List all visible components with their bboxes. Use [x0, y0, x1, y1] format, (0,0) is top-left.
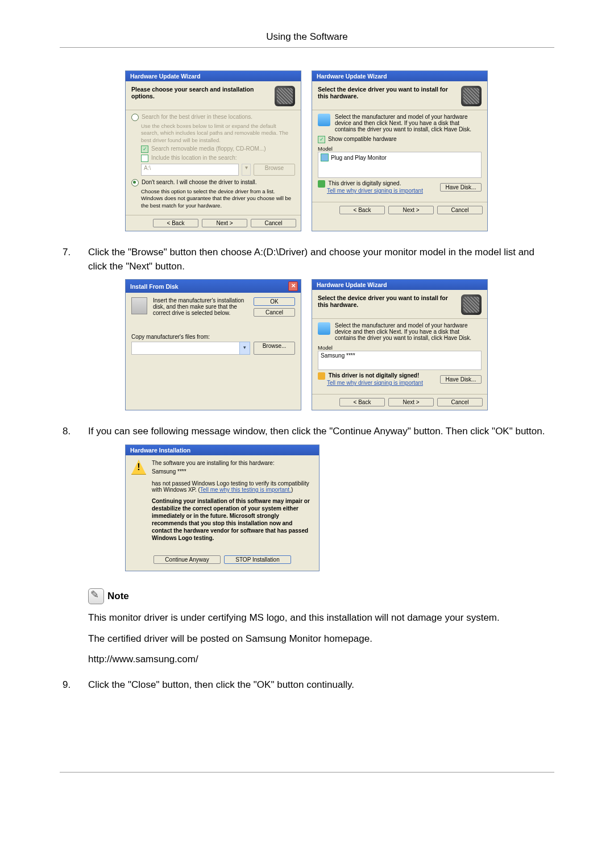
note-url: http://www.samsung.com/ — [88, 653, 554, 667]
check-label: Search removable media (floppy, CD-ROM..… — [151, 146, 266, 152]
check-include-location[interactable]: Include this location in the search: — [141, 155, 295, 162]
dialog-description: Select the manufacturer and model of you… — [335, 322, 482, 341]
path-input[interactable]: A:\ — [141, 164, 239, 176]
check-label: Include this location in the search: — [151, 155, 237, 161]
model-label: Model — [318, 146, 482, 152]
page-header: Using the Software — [60, 31, 554, 48]
titlebar: Hardware Installation — [126, 445, 319, 455]
radio-dont-search[interactable]: Don't search. I will choose the driver t… — [131, 179, 295, 186]
dialog-heading: Select the device driver you want to ins… — [318, 294, 457, 308]
back-button[interactable]: < Back — [153, 219, 198, 227]
monitor-icon — [321, 153, 329, 161]
cancel-button[interactable]: Cancel — [437, 206, 483, 214]
step-number: 7. — [60, 246, 88, 273]
browse-button[interactable]: Browse — [254, 164, 295, 176]
info-icon — [318, 114, 330, 126]
warning-icon — [131, 460, 146, 475]
model-list[interactable]: Plug and Play Monitor — [318, 152, 482, 178]
dialog-search-options: Hardware Update Wizard Please choose you… — [125, 70, 301, 231]
step-text: If you can see following message window,… — [88, 425, 554, 439]
next-button[interactable]: Next > — [388, 398, 434, 406]
titlebar: Hardware Update Wizard — [126, 71, 301, 81]
signing-link[interactable]: Tell me why driver signing is important — [327, 188, 423, 194]
warning-shield-icon — [318, 372, 325, 380]
disk-icon — [131, 297, 147, 314]
radio-sub: Choose this option to select the device … — [141, 188, 295, 209]
radio-search-best[interactable]: Search for the best driver in these loca… — [131, 114, 295, 121]
dialog-description: Insert the manufacturer's installation d… — [153, 297, 248, 316]
shield-icon — [318, 180, 325, 188]
list-item-label: Samsung **** — [321, 352, 355, 359]
dialog-heading: Please choose your search and installati… — [131, 86, 270, 99]
path-input[interactable] — [131, 342, 239, 355]
dialog-hardware-installation: Hardware Installation The software you a… — [125, 445, 320, 571]
browse-button[interactable]: Browse... — [254, 342, 295, 355]
step-8: 8. If you can see following message wind… — [60, 425, 554, 439]
hw-device: Samsung **** — [152, 468, 313, 475]
footer-divider — [60, 772, 554, 773]
step-number: 9. — [60, 678, 88, 692]
dialog-row-2: Install From Disk ✕ Insert the manufactu… — [125, 279, 554, 410]
continue-anyway-button[interactable]: Continue Anyway — [154, 555, 221, 564]
unsigned-text: This driver is not digitally signed! — [329, 372, 419, 379]
check-label: Show compatible hardware — [328, 136, 397, 142]
radio-label: Search for the best driver in these loca… — [142, 114, 252, 120]
cancel-button[interactable]: Cancel — [437, 398, 483, 406]
note-label: Note — [107, 591, 129, 602]
dropdown-chevron-icon[interactable]: ▾ — [239, 342, 250, 355]
step-text: Click the "Close" button, then click the… — [88, 678, 554, 692]
dialog-row-3: Hardware Installation The software you a… — [125, 445, 554, 571]
hw-bold: Continuing your installation of this sof… — [152, 497, 313, 542]
dialog-title: Hardware Update Wizard — [317, 281, 387, 288]
back-button[interactable]: < Back — [339, 206, 385, 214]
dialog-title: Hardware Update Wizard — [130, 73, 201, 80]
have-disk-button[interactable]: Have Disk... — [440, 183, 482, 192]
note-text-1: This monitor driver is under certifying … — [88, 611, 554, 625]
note-text-2: The certified driver will be posted on S… — [88, 632, 554, 646]
step-text: Click the "Browse" button then choose A:… — [88, 246, 554, 273]
dialog-title: Hardware Installation — [130, 447, 190, 454]
hw-line1: The software you are installing for this… — [152, 460, 313, 466]
have-disk-button[interactable]: Have Disk... — [440, 375, 482, 384]
model-list[interactable]: Samsung **** — [318, 351, 482, 370]
testing-link[interactable]: Tell me why this testing is important. — [200, 487, 291, 493]
radio-label: Don't search. I will choose the driver t… — [142, 179, 257, 185]
next-button[interactable]: Next > — [202, 219, 247, 227]
hw-line2b: ) — [291, 487, 293, 493]
dialog-title: Hardware Update Wizard — [317, 73, 387, 80]
info-icon — [318, 322, 330, 335]
step-7: 7. Click the "Browse" button then choose… — [60, 246, 554, 273]
dialog-row-1: Hardware Update Wizard Please choose you… — [125, 70, 554, 231]
wizard-icon — [461, 294, 482, 315]
wizard-icon — [461, 86, 482, 106]
titlebar: Hardware Update Wizard — [312, 71, 487, 81]
dialog-heading: Select the device driver you want to ins… — [318, 86, 457, 99]
list-item-label: Plug and Play Monitor — [331, 155, 387, 161]
cancel-button[interactable]: Cancel — [251, 219, 296, 227]
dialog-description: Select the manufacturer and model of you… — [335, 114, 482, 132]
titlebar: Install From Disk ✕ — [126, 280, 301, 293]
titlebar: Hardware Update Wizard — [312, 280, 487, 290]
next-button[interactable]: Next > — [388, 206, 434, 214]
back-button[interactable]: < Back — [339, 398, 385, 406]
model-label: Model — [318, 344, 482, 351]
radio-sub: Use the check boxes below to limit or ex… — [141, 123, 295, 144]
cancel-button[interactable]: Cancel — [254, 308, 295, 317]
copy-from-label: Copy manufacturer's files from: — [131, 334, 295, 340]
dialog-select-driver-samsung: Hardware Update Wizard Select the device… — [312, 279, 488, 410]
dialog-select-driver: Hardware Update Wizard Select the device… — [312, 70, 488, 231]
dialog-install-from-disk: Install From Disk ✕ Insert the manufactu… — [125, 279, 301, 410]
dropdown-chevron-icon[interactable]: ▾ — [242, 164, 251, 176]
stop-installation-button[interactable]: STOP Installation — [224, 555, 291, 564]
dialog-title: Install From Disk — [130, 283, 179, 290]
check-show-compatible[interactable]: Show compatible hardware — [318, 136, 482, 143]
wizard-icon — [275, 86, 295, 106]
check-removable-media[interactable]: Search removable media (floppy, CD-ROM..… — [141, 146, 295, 153]
signed-text: This driver is digitally signed. — [329, 180, 401, 186]
step-9: 9. Click the "Close" button, then click … — [60, 678, 554, 692]
ok-button[interactable]: OK — [254, 297, 295, 306]
step-number: 8. — [60, 425, 88, 439]
signing-link[interactable]: Tell me why driver signing is important — [327, 380, 423, 386]
note-icon — [88, 588, 104, 604]
close-icon[interactable]: ✕ — [288, 281, 298, 291]
